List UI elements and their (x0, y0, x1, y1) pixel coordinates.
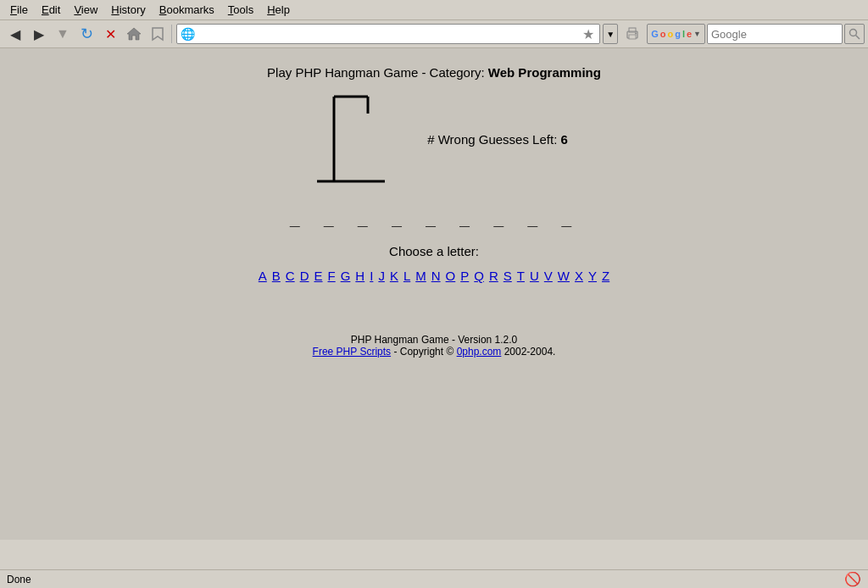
letter-t[interactable]: T (517, 269, 525, 283)
home-button[interactable] (122, 22, 146, 46)
footer-version: PHP Hangman Game - Version 1.2.0 (313, 334, 556, 346)
address-input-wrap[interactable]: 🌐 http://www.testws.com/hw/hangman.php ★ (176, 24, 600, 44)
footer-year: 2002-2004. (504, 346, 556, 358)
letter-f[interactable]: F (328, 269, 336, 283)
letter-p[interactable]: P (460, 269, 469, 283)
letter-n[interactable]: N (431, 269, 441, 283)
wrong-guesses-label: # Wrong Guesses Left: (427, 132, 557, 147)
letter-c[interactable]: C (286, 269, 295, 283)
search-icon (849, 28, 860, 40)
go-button[interactable]: ▼ (603, 24, 618, 44)
menu-view[interactable]: View (67, 2, 104, 18)
menu-history[interactable]: History (104, 2, 152, 18)
menu-tools[interactable]: Tools (221, 2, 260, 18)
letter-a[interactable]: A (259, 269, 267, 283)
letter-k[interactable]: K (390, 269, 398, 283)
footer-php-link[interactable]: 0php.com (457, 346, 502, 358)
menubar: File Edit View History Bookmarks Tools H… (0, 0, 868, 20)
separator (171, 25, 172, 43)
letter-i[interactable]: I (370, 269, 373, 283)
letter-x[interactable]: X (575, 269, 583, 283)
menu-bookmarks[interactable]: Bookmarks (153, 2, 221, 18)
letter-g[interactable]: G (341, 269, 351, 283)
svg-marker-0 (127, 28, 141, 40)
menu-file[interactable]: File (3, 2, 35, 18)
wrong-guesses-count: 6 (560, 132, 567, 147)
svg-rect-2 (629, 35, 636, 39)
engine-label: G (651, 29, 659, 39)
nav-row: ◀ ▶ ▼ ↻ ✕ 🌐 http://www.testws.com/hw/han… (0, 20, 868, 48)
search-area: G o o g l e ▼ (647, 24, 865, 44)
svg-point-4 (635, 33, 637, 35)
search-input[interactable] (707, 24, 843, 44)
hangman-figure (300, 88, 402, 190)
letter-z[interactable]: Z (602, 269, 609, 283)
back-button[interactable]: ◀ (3, 22, 27, 46)
print-icon (625, 26, 640, 42)
letter-h[interactable]: H (355, 269, 364, 283)
svg-point-5 (850, 30, 857, 36)
stop-button[interactable]: ✕ (98, 22, 122, 46)
url-input[interactable]: http://www.testws.com/hw/hangman.php (198, 28, 581, 41)
reload-button[interactable]: ↻ (75, 22, 98, 46)
bookmark-icon (150, 26, 165, 42)
letter-u[interactable]: U (530, 269, 539, 283)
print-button[interactable] (620, 22, 644, 46)
toolbar: ◀ ▶ ▼ ↻ ✕ (3, 22, 174, 46)
footer-copyright-text: - Copyright © (393, 346, 456, 358)
choose-letter-label: Choose a letter: (389, 244, 479, 258)
search-engine-selector[interactable]: G o o g l e ▼ (647, 24, 705, 44)
letters-row: ABCDEFGHIJKLMNOPQRSTUVWXYZ (259, 269, 609, 283)
letter-d[interactable]: D (300, 269, 309, 283)
footer-scripts-link[interactable]: Free PHP Scripts (313, 346, 391, 358)
title-separator: - (421, 65, 429, 80)
home-icon (126, 26, 142, 42)
menu-help[interactable]: Help (260, 2, 297, 18)
search-go-button[interactable] (844, 24, 865, 44)
game-area: # Wrong Guesses Left: 6 (300, 88, 568, 190)
letter-j[interactable]: J (378, 269, 385, 283)
wrong-guesses: # Wrong Guesses Left: 6 (427, 88, 568, 190)
dropdown-button[interactable]: ▼ (51, 22, 75, 46)
letter-e[interactable]: E (314, 269, 323, 283)
letter-r[interactable]: R (489, 269, 498, 283)
letter-m[interactable]: M (415, 269, 426, 283)
letter-q[interactable]: Q (474, 269, 484, 283)
letter-s[interactable]: S (504, 269, 512, 283)
letter-v[interactable]: V (544, 269, 553, 283)
title-plain: Play PHP Hangman Game (267, 65, 418, 80)
page-content: Play PHP Hangman Game - Category: Web Pr… (0, 48, 868, 540)
letter-w[interactable]: W (558, 269, 570, 283)
letter-o[interactable]: O (446, 269, 456, 283)
forward-button[interactable]: ▶ (27, 22, 51, 46)
letter-y[interactable]: Y (588, 269, 597, 283)
menu-edit[interactable]: Edit (35, 2, 67, 18)
letter-l[interactable]: L (403, 269, 410, 283)
star-button[interactable]: ★ (581, 26, 596, 42)
globe-icon: 🌐 (181, 27, 195, 41)
title-category-value: Web Programming (488, 65, 601, 80)
word-blanks: _ _ _ _ _ _ _ _ _ (290, 207, 579, 227)
svg-line-6 (856, 36, 860, 40)
footer-copyright-line: Free PHP Scripts - Copyright © 0php.com … (313, 346, 556, 358)
bookmark-page-button[interactable] (146, 22, 170, 46)
letter-b[interactable]: B (272, 269, 281, 283)
footer: PHP Hangman Game - Version 1.2.0 Free PH… (313, 334, 556, 358)
page-title: Play PHP Hangman Game - Category: Web Pr… (267, 65, 601, 80)
title-category-label: Category: (430, 65, 485, 80)
address-area: 🌐 http://www.testws.com/hw/hangman.php ★… (176, 24, 618, 44)
